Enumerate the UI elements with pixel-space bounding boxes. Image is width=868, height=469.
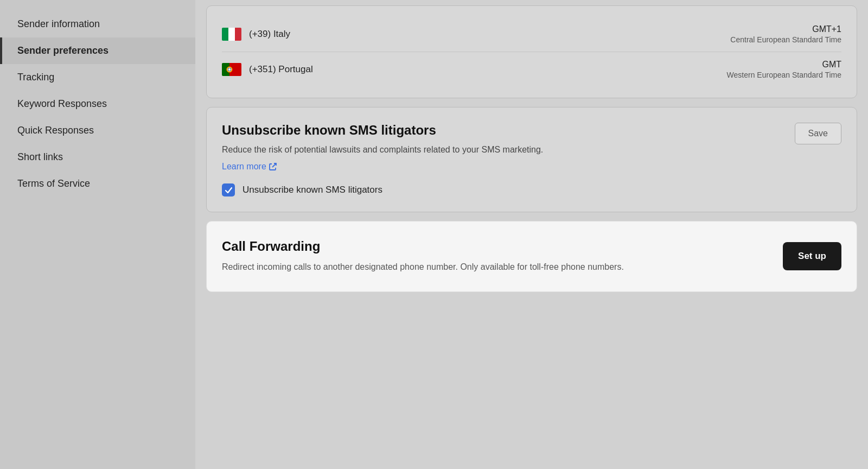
sidebar: Sender informationSender preferencesTrac… <box>0 0 195 469</box>
country-row-italy: (+39) Italy GMT+1 Central European Stand… <box>222 17 841 52</box>
call-forwarding-title: Call Forwarding <box>222 239 624 254</box>
sidebar-item-short-links[interactable]: Short links <box>0 144 195 170</box>
italy-timezone-code: GMT+1 <box>730 24 841 34</box>
call-forwarding-card: Call Forwarding Redirect incoming calls … <box>206 221 857 292</box>
italy-timezone-name: Central European Standard Time <box>730 35 841 44</box>
portugal-timezone: GMT Western European Standard Time <box>727 60 841 79</box>
unsubscribe-checkbox-label: Unsubscribe known SMS litigators <box>242 185 382 195</box>
flag-portugal <box>222 63 241 76</box>
unsubscribe-description: Reduce the risk of potential lawsuits an… <box>222 143 667 156</box>
italy-dial-code: (+39) Italy <box>249 29 730 40</box>
svg-rect-0 <box>222 28 228 41</box>
svg-line-8 <box>272 163 276 167</box>
call-forwarding-content: Call Forwarding Redirect incoming calls … <box>222 239 624 274</box>
sidebar-item-terms-of-service[interactable]: Terms of Service <box>0 170 195 197</box>
sidebar-item-tracking[interactable]: Tracking <box>0 64 195 91</box>
learn-more-label: Learn more <box>222 162 266 172</box>
italy-timezone: GMT+1 Central European Standard Time <box>730 24 841 44</box>
portugal-timezone-name: Western European Standard Time <box>727 71 841 79</box>
unsubscribe-title: Unsubscribe known SMS litigators <box>222 123 841 138</box>
countries-card: (+39) Italy GMT+1 Central European Stand… <box>206 5 857 98</box>
sidebar-item-quick-responses[interactable]: Quick Responses <box>0 117 195 144</box>
setup-button[interactable]: Set up <box>783 242 841 270</box>
external-link-icon <box>269 162 277 171</box>
flag-italy <box>222 28 241 41</box>
sidebar-item-sender-information[interactable]: Sender information <box>0 11 195 37</box>
unsubscribe-checkbox-row: Unsubscribe known SMS litigators <box>222 183 841 197</box>
call-forwarding-description: Redirect incoming calls to another desig… <box>222 261 624 274</box>
portugal-timezone-code: GMT <box>727 60 841 69</box>
sidebar-item-sender-preferences[interactable]: Sender preferences <box>0 37 195 64</box>
main-content: (+39) Italy GMT+1 Central European Stand… <box>195 0 868 469</box>
svg-rect-1 <box>228 28 235 41</box>
svg-rect-2 <box>235 28 241 41</box>
unsubscribe-card: Save Unsubscribe known SMS litigators Re… <box>206 107 857 212</box>
country-row-portugal: (+351) Portugal GMT Western European Sta… <box>222 52 841 87</box>
sidebar-item-keyword-responses[interactable]: Keyword Responses <box>0 91 195 117</box>
save-button[interactable]: Save <box>795 123 841 144</box>
portugal-dial-code: (+351) Portugal <box>249 64 727 75</box>
learn-more-link[interactable]: Learn more <box>222 162 277 172</box>
unsubscribe-checkbox[interactable] <box>222 183 235 197</box>
